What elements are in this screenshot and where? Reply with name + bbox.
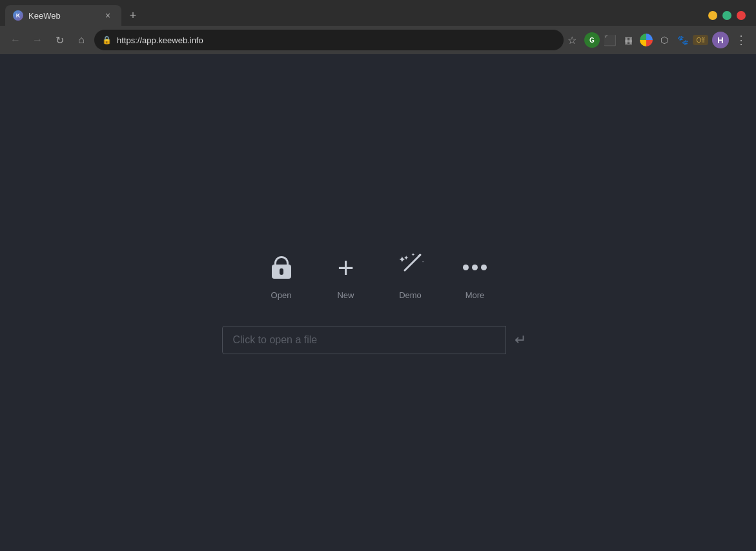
file-input-placeholder: Click to open a file — [233, 334, 318, 346]
lock-shackle — [274, 256, 289, 265]
wand-svg: ✦ ✦ · — [402, 252, 423, 273]
lock-keyhole — [280, 268, 283, 275]
address-text: https://app.keeweb.info — [117, 35, 556, 45]
tab-bar: K KeeWeb × + — [0, 0, 756, 26]
dot-3 — [481, 265, 487, 270]
ssl-lock-icon: 🔒 — [102, 35, 112, 45]
ext-icon-4[interactable] — [639, 32, 654, 48]
new-icon: + — [330, 252, 362, 284]
lock-body — [272, 265, 291, 279]
reload-button[interactable]: ↻ — [50, 31, 68, 49]
maximize-button[interactable] — [722, 11, 731, 20]
window-controls — [708, 11, 751, 20]
tab-favicon: K — [13, 10, 23, 21]
enter-button[interactable]: ↵ — [506, 326, 535, 354]
sparkle-container: ✦ ✦ · ✦ ✦ · — [394, 252, 427, 284]
svg-text:✦: ✦ — [404, 254, 409, 261]
user-avatar[interactable]: H — [712, 32, 729, 48]
wand-body: ✦ ✦ · — [402, 252, 423, 279]
new-label: New — [337, 290, 354, 300]
tab-title: KeeWeb — [28, 11, 97, 21]
file-open-area: Click to open a file ↵ — [222, 326, 535, 354]
actions-row: Open + New ✦ ✦ · — [259, 252, 498, 300]
more-action[interactable]: More — [453, 252, 498, 300]
ext-icon-2[interactable]: ⬛ — [602, 32, 618, 48]
demo-label: Demo — [399, 290, 422, 300]
plus-shape: + — [338, 254, 354, 282]
browser-menu-button[interactable]: ⋮ — [733, 30, 750, 50]
minimize-button[interactable] — [708, 11, 717, 20]
ext-icon-1[interactable]: G — [584, 32, 600, 48]
open-icon — [265, 252, 298, 284]
ext-icon-3[interactable]: ▦ — [620, 32, 636, 48]
new-tab-button[interactable]: + — [124, 6, 142, 25]
dot-2 — [472, 265, 478, 270]
app-content: Open + New ✦ ✦ · — [0, 54, 756, 551]
bookmark-button[interactable]: ☆ — [567, 34, 577, 46]
extension-icons: G ⬛ ▦ ⬡ 🐾 Off — [584, 32, 708, 48]
more-icon — [459, 252, 491, 284]
home-button[interactable]: ⌂ — [72, 31, 90, 49]
demo-action[interactable]: ✦ ✦ · ✦ ✦ · — [388, 252, 433, 300]
open-action[interactable]: Open — [259, 252, 304, 300]
svg-text:·: · — [416, 255, 418, 261]
ext-icon-6[interactable]: 🐾 — [675, 32, 690, 48]
tab-close-button[interactable]: × — [102, 10, 114, 21]
close-button[interactable] — [737, 11, 746, 20]
address-bar[interactable]: 🔒 https://app.keeweb.info — [94, 30, 564, 50]
browser-toolbar: ← → ↻ ⌂ 🔒 https://app.keeweb.info ☆ G ⬛ … — [0, 26, 756, 54]
more-label: More — [465, 290, 485, 300]
lock-shape — [272, 256, 291, 279]
browser-window: K KeeWeb × + ← → ↻ ⌂ 🔒 https://app.keewe… — [0, 0, 756, 551]
active-tab[interactable]: K KeeWeb × — [5, 5, 121, 26]
demo-icon: ✦ ✦ · ✦ ✦ · — [394, 252, 427, 284]
forward-button[interactable]: → — [28, 31, 46, 49]
file-input-box[interactable]: Click to open a file — [222, 326, 506, 354]
new-action[interactable]: + New — [323, 252, 369, 300]
dots-shape — [463, 265, 487, 270]
open-label: Open — [271, 290, 292, 300]
dot-1 — [463, 265, 469, 270]
svg-text:✦: ✦ — [411, 252, 415, 257]
back-button[interactable]: ← — [6, 31, 25, 49]
ext-icon-7[interactable]: Off — [693, 35, 708, 45]
start-screen: Open + New ✦ ✦ · — [222, 252, 535, 354]
ext-icon-5[interactable]: ⬡ — [657, 32, 672, 48]
